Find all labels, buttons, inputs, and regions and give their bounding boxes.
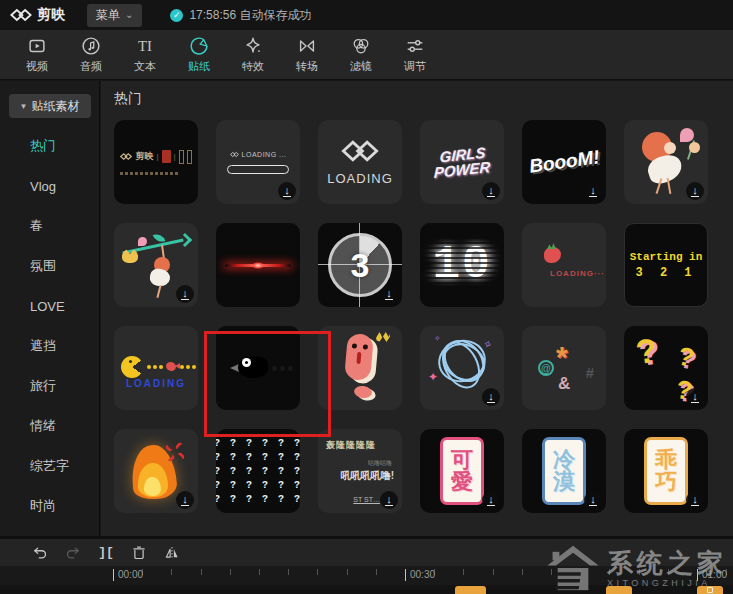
sticker-glitch-ten[interactable]: 10 [420, 223, 504, 307]
anger-mark [166, 443, 184, 461]
sticker-girl-flowers[interactable]: ↓ [624, 120, 708, 204]
sticker-rumble-text[interactable]: 轰隆隆隆隆 咕噜咕噜 吼吼吼吼噜! ST ST… ↓ [318, 429, 402, 513]
sidebar-item-love[interactable]: LOVE [0, 286, 99, 326]
sticker-capcut-loading[interactable]: LOADING [318, 120, 402, 204]
timeline-clip[interactable] [455, 586, 486, 594]
undo-button[interactable] [30, 543, 50, 563]
delete-button[interactable] [129, 543, 149, 563]
split-button[interactable]: ][ [96, 543, 116, 563]
effects-star-icon [242, 35, 264, 57]
star-accent-icon: ✦ [428, 370, 438, 384]
redo-button[interactable] [63, 543, 83, 563]
redo-icon [64, 544, 82, 562]
timeline-clip[interactable] [697, 586, 723, 594]
mirror-button[interactable] [162, 543, 182, 563]
app-logo: 剪映 [10, 6, 65, 24]
text-icon: TI [134, 35, 156, 57]
sticker-mahjong-cold[interactable]: 冷漠 ↓ [522, 429, 606, 513]
capcut-logo-icon [341, 138, 379, 164]
sidebar-item-hot[interactable]: 热门 [0, 126, 99, 166]
download-icon[interactable]: ↓ [176, 285, 194, 303]
sidebar-item-travel[interactable]: 旅行 [0, 366, 99, 406]
sticker-question-grid[interactable]: ? ? ? ? ? ? ? ? ? ? ? ? ? ? ? ? ? ? ? ? … [216, 429, 300, 513]
download-icon[interactable]: ↓ [686, 182, 704, 200]
sticker-icon [188, 35, 210, 57]
sidebar-item-spring[interactable]: 春 [0, 206, 99, 246]
sidebar-item-cover[interactable]: 遮挡 [0, 326, 99, 366]
download-icon[interactable]: ↓ [176, 491, 194, 509]
app-name: 剪映 [37, 6, 65, 24]
sticker-scribble[interactable]: ✦ ✧ ✧ ↓ [420, 326, 504, 410]
sticker-mahjong-cute[interactable]: 可愛 ↓ [420, 429, 504, 513]
autosave-status: ✓ 17:58:56 自动保存成功 [170, 7, 311, 24]
panel-header: 热门 [114, 90, 733, 108]
sticker-pac-fish-loading[interactable]: LOADING [114, 326, 198, 410]
sticker-fire[interactable]: ↓ [114, 429, 198, 513]
svg-text:TI: TI [138, 38, 152, 54]
sticker-starting-in[interactable]: Starting in 3 2 1 [624, 223, 708, 307]
download-icon[interactable]: ↓ [482, 182, 500, 200]
tab-transition[interactable]: 转场 [280, 35, 334, 74]
split-icon: ][ [98, 545, 114, 560]
timeline-ruler[interactable]: 00:00 00:30 01:00 [0, 566, 733, 585]
trash-icon [130, 544, 148, 562]
filter-icon [350, 35, 372, 57]
download-icon[interactable]: ↓ [584, 182, 602, 200]
sidebar-item-vlog[interactable]: Vlog [0, 166, 99, 206]
download-icon[interactable]: ↓ [482, 388, 500, 406]
sticker-grid: 剪映 | | [101, 120, 733, 513]
time-tick: 01:00 [697, 569, 727, 581]
timeline-tracks [0, 585, 733, 594]
sidebar-item-variety-text[interactable]: 综艺字 [0, 446, 99, 486]
download-icon[interactable]: ↓ [686, 388, 704, 406]
sticker-strawberry-loading[interactable]: LOADING··· [522, 223, 606, 307]
tab-sticker[interactable]: 贴纸 [172, 35, 226, 74]
sticker-exclamation[interactable] [318, 326, 402, 410]
tab-filter[interactable]: 滤镜 [334, 35, 388, 74]
download-icon[interactable]: ↓ [584, 491, 602, 509]
download-icon[interactable]: ↓ [278, 182, 296, 200]
timeline-clip[interactable] [606, 586, 632, 594]
download-icon[interactable]: ↓ [686, 491, 704, 509]
sticker-girls-power[interactable]: GIRLS POWER ↓ [420, 120, 504, 204]
sticker-girl-branch[interactable]: ↓ [114, 223, 198, 307]
adjust-sliders-icon [404, 35, 426, 57]
sticker-boom[interactable]: BoooM! ↓ [522, 120, 606, 204]
tab-effects[interactable]: 特效 [226, 35, 280, 74]
download-icon[interactable]: ↓ [482, 491, 500, 509]
mahjong-tile: 乖巧 [644, 437, 688, 505]
tab-text[interactable]: TI 文本 [118, 35, 172, 74]
sparkle-icon: ✧ [481, 337, 494, 352]
sticker-jianying-brand[interactable]: 剪映 | | [114, 120, 198, 204]
menu-button[interactable]: 菜单 ⌄ [87, 4, 142, 27]
audio-icon [80, 35, 102, 57]
timeline-toolbar: ][ [0, 539, 733, 566]
sticker-censor-symbols[interactable]: @ * & # [522, 326, 606, 410]
capcut-logo-icon [230, 151, 239, 158]
sidebar-item-emotion[interactable]: 情绪 [0, 406, 99, 446]
progress-bar [227, 165, 289, 174]
sidebar-item-ambience[interactable]: 氛围 [0, 246, 99, 286]
sticker-red-flare[interactable] [216, 223, 300, 307]
tool-tab-bar: 视频 音频 TI 文本 贴纸 [0, 30, 733, 80]
download-icon[interactable]: ↓ [380, 491, 398, 509]
tab-adjust[interactable]: 调节 [388, 35, 442, 74]
exclamation-mark [344, 333, 374, 381]
capcut-logo-icon [120, 152, 132, 161]
capcut-logo-icon [10, 7, 32, 23]
sticker-question-marks[interactable]: ? ? ? ↓ [624, 326, 708, 410]
sticker-loading-bar[interactable]: LOADING ... ↓ [216, 120, 300, 204]
tab-video[interactable]: 视频 [10, 35, 64, 74]
timeline-section: ][ 00:00 00:30 01:00 [0, 536, 733, 594]
sticker-black-bird[interactable] [216, 326, 300, 410]
time-tick: 00:00 [113, 569, 143, 581]
download-icon[interactable]: ↓ [380, 285, 398, 303]
capcut-window: 剪映 菜单 ⌄ ✓ 17:58:56 自动保存成功 视频 音频 [0, 0, 733, 594]
laser-flare [225, 264, 291, 267]
sticker-countdown-3[interactable]: 3 ↓ [318, 223, 402, 307]
check-icon: ✓ [170, 9, 183, 22]
tab-audio[interactable]: 音频 [64, 35, 118, 74]
sticker-library-dropdown[interactable]: ▼ 贴纸素材 [9, 94, 91, 118]
sticker-mahjong-good[interactable]: 乖巧 ↓ [624, 429, 708, 513]
sidebar-item-fashion[interactable]: 时尚 [0, 486, 99, 526]
